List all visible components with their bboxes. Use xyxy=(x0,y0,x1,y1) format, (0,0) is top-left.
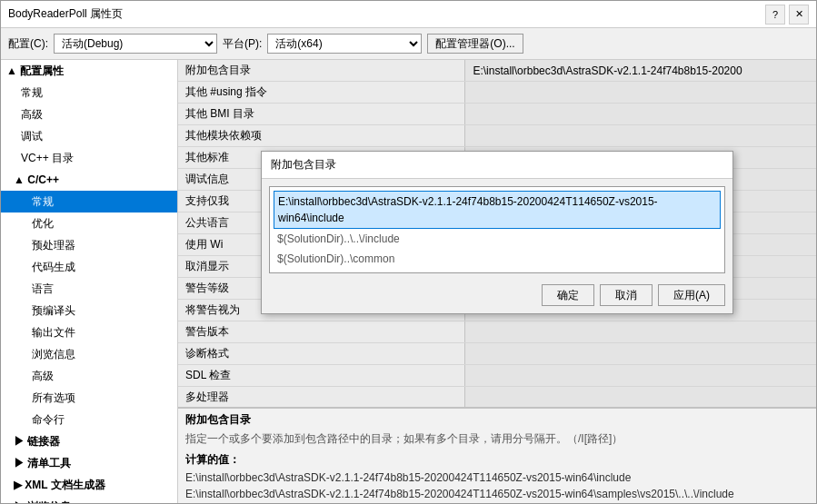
tree-item-cpp-general[interactable]: 常规 xyxy=(1,191,177,212)
popup-title: 附加包含目录 xyxy=(262,152,732,179)
tree-item-cpp-group[interactable]: ▲ C/C++ xyxy=(1,169,177,191)
tree-item-cpp-optimize[interactable]: 优化 xyxy=(1,212,177,234)
tree-item-cpp-browse[interactable]: 浏览信息 xyxy=(1,343,177,365)
toolbar: 配置(C): 活动(Debug) 平台(P): 活动(x64) 配置管理器(O)… xyxy=(1,28,816,60)
main-window: BodyReaderPoll 属性页 ? ✕ 配置(C): 活动(Debug) … xyxy=(0,0,817,504)
left-panel: ▲ 配置属性 常规 高级 调试 VC++ 目录 ▲ C/C++ 常规 优化 预处… xyxy=(1,60,178,503)
popup-list[interactable]: E:\install\orbbec3d\AstraSDK-v2.1.1-24f7… xyxy=(269,186,725,273)
title-bar-buttons: ? ✕ xyxy=(765,5,809,25)
tree-item-browseinfo[interactable]: ▶ 浏览信息 xyxy=(1,496,177,503)
right-panel: 附加包含目录E:\install\orbbec3d\AstraSDK-v2.1.… xyxy=(178,60,816,503)
tree-item-vcpp[interactable]: VC++ 目录 xyxy=(1,147,177,169)
title-bar: BodyReaderPoll 属性页 ? ✕ xyxy=(1,1,816,28)
ok-button[interactable]: 确定 xyxy=(542,284,594,306)
tree-item-xmlgen[interactable]: ▶ XML 文档生成器 xyxy=(1,474,177,496)
cancel-button[interactable]: 取消 xyxy=(600,284,653,306)
tree-item-cpp-preproc[interactable]: 预处理器 xyxy=(1,234,177,256)
config-select[interactable]: 活动(Debug) xyxy=(54,34,217,54)
tree-item-config-props[interactable]: ▲ 配置属性 xyxy=(1,60,177,82)
tree-item-manifest[interactable]: ▶ 清单工具 xyxy=(1,452,177,474)
popup-overlay: 附加包含目录 E:\install\orbbec3d\AstraSDK-v2.1… xyxy=(178,60,816,503)
tree-item-cpp-pch[interactable]: 预编译头 xyxy=(1,300,177,321)
popup-list-item[interactable]: E:\install\orbbec3d\AstraSDK-v2.1.1-24f7… xyxy=(274,191,721,229)
popup-list-item[interactable]: $(SolutionDir)..\..\/include xyxy=(274,229,721,249)
tree-item-general[interactable]: 常规 xyxy=(1,82,177,104)
popup-content: E:\install\orbbec3d\AstraSDK-v2.1.1-24f7… xyxy=(262,179,732,281)
popup-list-item[interactable]: $(SolutionDir)..\common xyxy=(274,249,721,269)
tree-item-debug[interactable]: 调试 xyxy=(1,125,177,147)
tree-item-cpp-codegen[interactable]: 代码生成 xyxy=(1,256,177,278)
popup-dialog: 附加包含目录 E:\install\orbbec3d\AstraSDK-v2.1… xyxy=(261,151,733,314)
close-button[interactable]: ✕ xyxy=(789,5,809,25)
config-label: 配置(C): xyxy=(8,36,48,52)
tree-item-cpp-all[interactable]: 所有选项 xyxy=(1,387,177,409)
help-button[interactable]: ? xyxy=(765,5,785,25)
manager-button[interactable]: 配置管理器(O)... xyxy=(427,34,523,54)
popup-actions: 确定 取消 应用(A) xyxy=(262,281,732,313)
apply-button[interactable]: 应用(A) xyxy=(658,284,725,306)
tree-item-cpp-advanced[interactable]: 高级 xyxy=(1,365,177,387)
platform-select[interactable]: 活动(x64) xyxy=(267,34,422,54)
tree-item-advanced[interactable]: 高级 xyxy=(1,104,177,125)
main-content: ▲ 配置属性 常规 高级 调试 VC++ 目录 ▲ C/C++ 常规 优化 预处… xyxy=(1,60,816,503)
tree-item-linker[interactable]: ▶ 链接器 xyxy=(1,430,177,452)
tree-item-cpp-output[interactable]: 输出文件 xyxy=(1,321,177,343)
tree-item-cpp-cmdline[interactable]: 命令行 xyxy=(1,409,177,430)
window-title: BodyReaderPoll 属性页 xyxy=(8,6,123,22)
platform-label: 平台(P): xyxy=(223,36,262,52)
tree-item-cpp-lang[interactable]: 语言 xyxy=(1,278,177,300)
